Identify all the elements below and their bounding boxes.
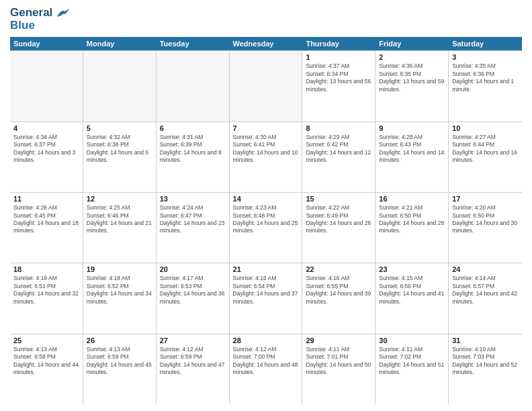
calendar-cell: 26Sunrise: 4:13 AM Sunset: 6:59 PM Dayli…: [83, 334, 157, 404]
day-number: 23: [379, 265, 445, 273]
logo-line2: Blue: [10, 19, 71, 32]
calendar-cell: 25Sunrise: 4:13 AM Sunset: 6:58 PM Dayli…: [10, 334, 83, 404]
day-info: Sunrise: 4:21 AM Sunset: 6:50 PM Dayligh…: [379, 204, 445, 235]
calendar-row-2: 4Sunrise: 4:34 AM Sunset: 6:37 PM Daylig…: [10, 122, 522, 193]
day-number: 5: [87, 124, 152, 132]
calendar-cell: 24Sunrise: 4:14 AM Sunset: 6:57 PM Dayli…: [449, 263, 522, 333]
day-number: 3: [452, 53, 519, 61]
day-number: 13: [160, 195, 226, 203]
logo-bird-icon: [56, 7, 71, 19]
day-info: Sunrise: 4:10 AM Sunset: 7:03 PM Dayligh…: [452, 346, 519, 377]
col-header-wednesday: Wednesday: [230, 37, 303, 50]
calendar-cell: 14Sunrise: 4:23 AM Sunset: 6:48 PM Dayli…: [230, 193, 303, 263]
col-header-monday: Monday: [83, 37, 157, 50]
calendar-cell: [10, 51, 83, 121]
day-info: Sunrise: 4:12 AM Sunset: 7:00 PM Dayligh…: [233, 346, 299, 377]
day-info: Sunrise: 4:11 AM Sunset: 7:01 PM Dayligh…: [306, 346, 371, 377]
day-number: 11: [13, 195, 79, 203]
day-number: 9: [379, 124, 445, 132]
calendar-cell: 28Sunrise: 4:12 AM Sunset: 7:00 PM Dayli…: [230, 334, 303, 404]
day-info: Sunrise: 4:30 AM Sunset: 6:41 PM Dayligh…: [233, 134, 299, 165]
day-number: 27: [160, 336, 226, 345]
calendar: SundayMondayTuesdayWednesdayThursdayFrid…: [10, 37, 522, 404]
day-number: 4: [13, 124, 79, 132]
page: General Blue SundayMondayTuesdayWednesda…: [0, 0, 532, 411]
day-info: Sunrise: 4:13 AM Sunset: 6:59 PM Dayligh…: [87, 346, 152, 377]
calendar-cell: 31Sunrise: 4:10 AM Sunset: 7:03 PM Dayli…: [449, 334, 522, 404]
day-number: 15: [306, 195, 371, 203]
day-info: Sunrise: 4:29 AM Sunset: 6:42 PM Dayligh…: [306, 134, 371, 165]
col-header-sunday: Sunday: [10, 37, 83, 50]
day-info: Sunrise: 4:11 AM Sunset: 7:02 PM Dayligh…: [379, 346, 445, 377]
day-info: Sunrise: 4:32 AM Sunset: 6:38 PM Dayligh…: [87, 134, 152, 165]
day-number: 7: [233, 124, 299, 132]
day-number: 6: [160, 124, 226, 132]
day-info: Sunrise: 4:34 AM Sunset: 6:37 PM Dayligh…: [13, 134, 79, 165]
calendar-cell: 27Sunrise: 4:12 AM Sunset: 6:59 PM Dayli…: [157, 334, 230, 404]
calendar-cell: 17Sunrise: 4:20 AM Sunset: 6:50 PM Dayli…: [449, 193, 522, 263]
calendar-cell: 1Sunrise: 4:37 AM Sunset: 6:34 PM Daylig…: [302, 51, 375, 121]
day-number: 22: [306, 265, 371, 273]
day-number: 24: [452, 265, 519, 273]
calendar-cell: 9Sunrise: 4:28 AM Sunset: 6:43 PM Daylig…: [375, 122, 449, 192]
col-header-thursday: Thursday: [302, 37, 375, 50]
day-number: 12: [87, 195, 152, 203]
calendar-cell: 30Sunrise: 4:11 AM Sunset: 7:02 PM Dayli…: [375, 334, 449, 404]
col-header-friday: Friday: [375, 37, 449, 50]
calendar-row-3: 11Sunrise: 4:26 AM Sunset: 6:45 PM Dayli…: [10, 193, 522, 263]
calendar-body: 1Sunrise: 4:37 AM Sunset: 6:34 PM Daylig…: [10, 50, 522, 404]
day-info: Sunrise: 4:28 AM Sunset: 6:43 PM Dayligh…: [379, 134, 445, 165]
day-number: 30: [379, 336, 445, 345]
calendar-row-4: 18Sunrise: 4:19 AM Sunset: 6:51 PM Dayli…: [10, 263, 522, 334]
day-info: Sunrise: 4:14 AM Sunset: 6:57 PM Dayligh…: [452, 275, 519, 306]
calendar-cell: 21Sunrise: 4:16 AM Sunset: 6:54 PM Dayli…: [230, 263, 303, 333]
day-info: Sunrise: 4:24 AM Sunset: 6:47 PM Dayligh…: [160, 204, 226, 235]
calendar-cell: 12Sunrise: 4:25 AM Sunset: 6:46 PM Dayli…: [83, 193, 157, 263]
calendar-row-1: 1Sunrise: 4:37 AM Sunset: 6:34 PM Daylig…: [10, 51, 522, 122]
day-number: 31: [452, 336, 519, 345]
calendar-cell: 16Sunrise: 4:21 AM Sunset: 6:50 PM Dayli…: [375, 193, 449, 263]
day-info: Sunrise: 4:13 AM Sunset: 6:58 PM Dayligh…: [13, 346, 79, 377]
day-info: Sunrise: 4:26 AM Sunset: 6:45 PM Dayligh…: [13, 204, 79, 235]
day-number: 18: [13, 265, 79, 273]
day-number: 17: [452, 195, 519, 203]
day-info: Sunrise: 4:16 AM Sunset: 6:55 PM Dayligh…: [306, 275, 371, 306]
day-number: 28: [233, 336, 299, 345]
calendar-cell: 11Sunrise: 4:26 AM Sunset: 6:45 PM Dayli…: [10, 193, 83, 263]
day-info: Sunrise: 4:22 AM Sunset: 6:49 PM Dayligh…: [306, 204, 371, 235]
calendar-cell: [83, 51, 157, 121]
day-info: Sunrise: 4:18 AM Sunset: 6:52 PM Dayligh…: [87, 275, 152, 306]
day-info: Sunrise: 4:20 AM Sunset: 6:50 PM Dayligh…: [452, 204, 519, 235]
day-number: 20: [160, 265, 226, 273]
calendar-cell: 6Sunrise: 4:31 AM Sunset: 6:39 PM Daylig…: [157, 122, 230, 192]
logo: General Blue: [10, 7, 71, 32]
calendar-cell: [157, 51, 230, 121]
calendar-cell: 7Sunrise: 4:30 AM Sunset: 6:41 PM Daylig…: [230, 122, 303, 192]
day-number: 21: [233, 265, 299, 273]
day-info: Sunrise: 4:25 AM Sunset: 6:46 PM Dayligh…: [87, 204, 152, 235]
calendar-cell: 18Sunrise: 4:19 AM Sunset: 6:51 PM Dayli…: [10, 263, 83, 333]
day-info: Sunrise: 4:23 AM Sunset: 6:48 PM Dayligh…: [233, 204, 299, 235]
day-number: 8: [306, 124, 371, 132]
logo-line1: General: [10, 7, 71, 19]
calendar-cell: 20Sunrise: 4:17 AM Sunset: 6:53 PM Dayli…: [157, 263, 230, 333]
day-info: Sunrise: 4:31 AM Sunset: 6:39 PM Dayligh…: [160, 134, 226, 165]
calendar-cell: 29Sunrise: 4:11 AM Sunset: 7:01 PM Dayli…: [302, 334, 375, 404]
day-number: 1: [306, 53, 371, 61]
calendar-cell: 3Sunrise: 4:35 AM Sunset: 6:36 PM Daylig…: [449, 51, 522, 121]
day-info: Sunrise: 4:16 AM Sunset: 6:54 PM Dayligh…: [233, 275, 299, 306]
calendar-cell: 22Sunrise: 4:16 AM Sunset: 6:55 PM Dayli…: [302, 263, 375, 333]
day-info: Sunrise: 4:37 AM Sunset: 6:34 PM Dayligh…: [306, 62, 371, 93]
day-info: Sunrise: 4:12 AM Sunset: 6:59 PM Dayligh…: [160, 346, 226, 377]
calendar-header: SundayMondayTuesdayWednesdayThursdayFrid…: [10, 37, 522, 50]
day-info: Sunrise: 4:15 AM Sunset: 6:56 PM Dayligh…: [379, 275, 445, 306]
day-number: 10: [452, 124, 519, 132]
day-number: 19: [87, 265, 152, 273]
calendar-cell: 13Sunrise: 4:24 AM Sunset: 6:47 PM Dayli…: [157, 193, 230, 263]
calendar-cell: 23Sunrise: 4:15 AM Sunset: 6:56 PM Dayli…: [375, 263, 449, 333]
calendar-cell: 15Sunrise: 4:22 AM Sunset: 6:49 PM Dayli…: [302, 193, 375, 263]
day-info: Sunrise: 4:27 AM Sunset: 6:44 PM Dayligh…: [452, 134, 519, 165]
day-number: 29: [306, 336, 371, 345]
header: General Blue: [10, 7, 522, 32]
day-info: Sunrise: 4:17 AM Sunset: 6:53 PM Dayligh…: [160, 275, 226, 306]
